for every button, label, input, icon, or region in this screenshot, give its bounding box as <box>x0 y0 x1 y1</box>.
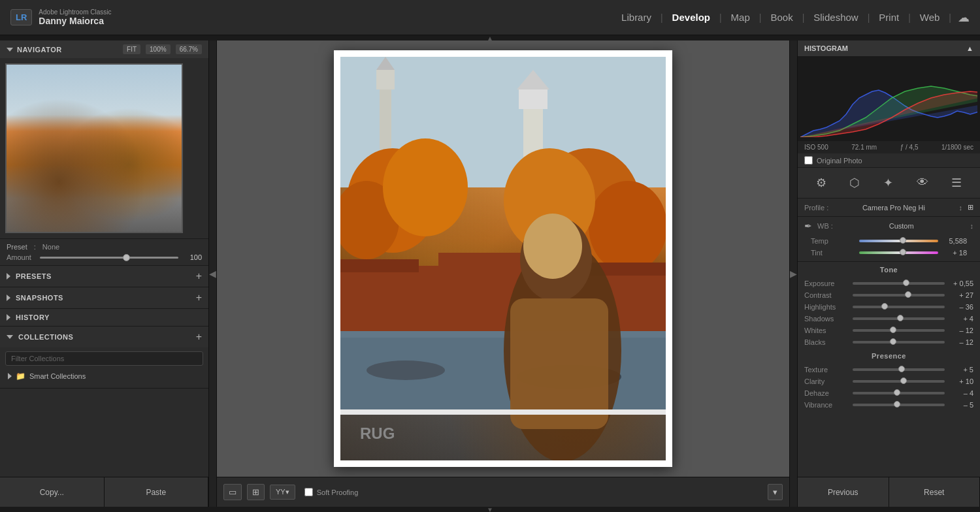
basic-adjustments-icon[interactable]: ⚙ <box>811 173 832 193</box>
nav-book[interactable]: Book <box>764 9 799 25</box>
nav-slideshow[interactable]: Slideshow <box>807 9 864 25</box>
app-branding: LR Adobe Lightroom Classic Danny Maiorca <box>10 8 112 26</box>
navigator-section: Navigator FIT 100% 66.7% <box>0 40 208 239</box>
temp-thumb <box>900 237 906 244</box>
detail-icon[interactable]: 👁 <box>911 173 934 193</box>
left-panel-collapse[interactable]: ◀ <box>209 40 217 507</box>
temp-slider[interactable] <box>859 240 938 242</box>
highlights-slider[interactable] <box>853 306 945 308</box>
shadows-slider[interactable] <box>853 317 945 320</box>
histogram-meta: ISO 500 72.1 mm ƒ / 4,5 1/1800 sec <box>798 141 980 153</box>
texture-label: Texture <box>804 366 849 374</box>
navigator-zoom-btn[interactable]: 66.7% <box>176 44 202 54</box>
dehaze-value: – 4 <box>949 389 973 397</box>
nav-web[interactable]: Web <box>913 9 947 25</box>
vibrance-thumb <box>894 401 900 408</box>
original-photo-checkbox[interactable] <box>804 156 813 165</box>
copy-button[interactable]: Copy... <box>0 477 105 507</box>
preset-value: None <box>42 243 59 251</box>
profile-dropdown-arrow[interactable]: ↕ <box>959 204 963 212</box>
color-grading-icon[interactable]: ✦ <box>878 173 898 193</box>
svg-rect-25 <box>340 409 666 415</box>
right-panel-collapse[interactable]: ▶ <box>789 40 797 507</box>
cloud-icon[interactable]: ☁ <box>958 10 970 25</box>
toolbar-dropdown-btn[interactable]: ▾ <box>768 484 783 500</box>
navigator-fit-btn[interactable]: FIT <box>123 44 140 54</box>
nav-library[interactable]: Library <box>615 9 658 25</box>
svg-point-24 <box>523 214 582 279</box>
view-grid-btn[interactable]: ⊞ <box>247 484 265 500</box>
contrast-thumb <box>905 291 911 298</box>
view-single-btn[interactable]: ▭ <box>223 484 242 500</box>
view-yy-btn[interactable]: YY▾ <box>270 485 295 500</box>
tool-icons-bar: ⚙ ⬡ ✦ 👁 ☰ <box>798 168 980 199</box>
presets-add-btn[interactable]: + <box>196 270 202 282</box>
amount-slider[interactable] <box>40 257 178 259</box>
texture-slider[interactable] <box>853 368 945 371</box>
wb-dropdown-arrow[interactable]: ↕ <box>970 222 974 230</box>
profile-grid-btn[interactable]: ⊞ <box>968 203 973 212</box>
nav-map[interactable]: Map <box>725 9 757 25</box>
nav-develop[interactable]: Develop <box>666 9 717 25</box>
preset-row: Preset : None <box>7 243 202 251</box>
snapshots-collapse-icon <box>7 295 10 301</box>
history-section: History <box>0 309 208 327</box>
whites-slider[interactable] <box>853 329 945 332</box>
contrast-slider[interactable] <box>853 294 945 296</box>
nav-print[interactable]: Print <box>872 9 906 25</box>
tint-slider[interactable] <box>859 251 938 254</box>
collections-header[interactable]: Collections + <box>0 327 208 347</box>
navigator-header[interactable]: Navigator FIT 100% 66.7% <box>0 40 208 58</box>
profile-value[interactable]: Camera Pro Neg Hi <box>828 204 958 212</box>
exposure-slider[interactable] <box>853 282 945 285</box>
smart-collections-item[interactable]: 📁 Smart Collections <box>5 368 203 384</box>
histogram-canvas <box>798 56 980 141</box>
wb-row: ✒ WB : Custom ↕ <box>804 221 973 231</box>
exposure-thumb <box>903 280 909 286</box>
dehaze-slider[interactable] <box>853 392 945 394</box>
navigator-collapse-icon <box>7 48 13 52</box>
presets-header[interactable]: Presets + <box>0 266 208 287</box>
eyedropper-icon[interactable]: ✒ <box>804 221 812 231</box>
reset-button[interactable]: Reset <box>889 477 981 507</box>
history-header[interactable]: History <box>0 309 208 326</box>
top-handle[interactable]: ▲ <box>0 35 980 40</box>
clarity-slider[interactable] <box>853 380 945 383</box>
snapshots-header[interactable]: Snapshots + <box>0 287 208 308</box>
wb-label: WB : <box>817 222 833 230</box>
soft-proofing-checkbox[interactable] <box>304 488 313 496</box>
wb-value[interactable]: Custom <box>889 222 914 230</box>
right-collapse-arrow: ▶ <box>790 268 797 279</box>
collections-add-btn[interactable]: + <box>196 331 202 343</box>
filter-collections-input[interactable] <box>5 351 203 366</box>
histogram-header[interactable]: Histogram ▲ <box>798 40 980 56</box>
bottom-handle[interactable]: ▼ <box>0 507 980 512</box>
right-panel-bottom-buttons: Previous Reset <box>798 477 980 507</box>
lr-logo: LR <box>10 9 32 25</box>
preset-label: Preset <box>7 243 27 251</box>
histogram-aperture: ƒ / 4,5 <box>900 144 919 151</box>
profile-row: Profile : Camera Pro Neg Hi ↕ ⊞ <box>798 199 980 217</box>
soft-proofing-label: Soft Proofing <box>317 488 359 496</box>
snapshots-add-btn[interactable]: + <box>196 292 202 304</box>
histogram-shutter: 1/1800 sec <box>941 144 973 151</box>
smart-collections-expand-icon <box>8 373 12 379</box>
amount-value: 100 <box>182 253 202 261</box>
navigator-title: Navigator <box>17 46 62 54</box>
clarity-thumb <box>900 377 907 384</box>
tone-curve-icon[interactable]: ⬡ <box>844 173 865 193</box>
previous-button[interactable]: Previous <box>798 477 889 507</box>
lens-corrections-icon[interactable]: ☰ <box>946 173 967 193</box>
navigator-100-btn[interactable]: 100% <box>146 44 171 54</box>
main-photo[interactable]: RUG <box>340 57 666 460</box>
right-panel: Histogram ▲ ISO 50 <box>797 40 980 507</box>
shadows-slider-row: Shadows + 4 <box>798 313 980 325</box>
blacks-slider[interactable] <box>853 341 945 344</box>
contrast-label: Contrast <box>804 291 849 299</box>
vibrance-slider[interactable] <box>853 404 945 406</box>
original-photo-row: Original Photo <box>798 153 980 167</box>
paste-button[interactable]: Paste <box>105 477 209 507</box>
folder-icon: 📁 <box>16 372 25 381</box>
user-name-label: Danny Maiorca <box>39 16 111 26</box>
left-panel-bottom-buttons: Copy... Paste <box>0 477 208 507</box>
